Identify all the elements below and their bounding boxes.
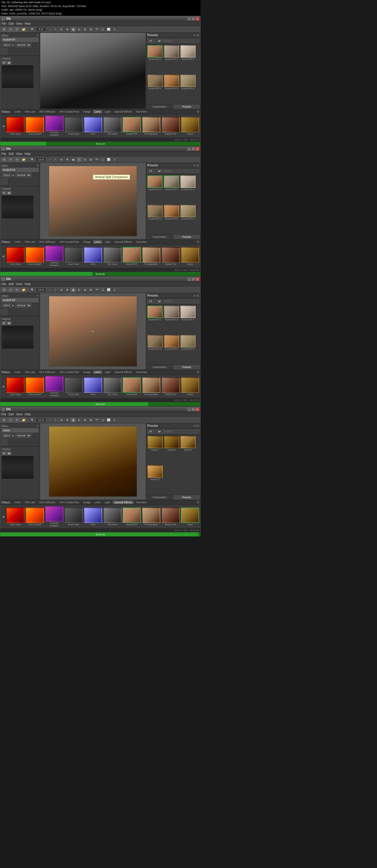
view-split-h-3[interactable]: ⊞ [83,288,87,292]
preset-item-2-2[interactable]: Nude/FX® 2 [164,176,179,204]
preset-item-1-4[interactable]: Nude/FX® 4 [147,75,163,103]
filter-tab-color-1[interactable]: Color [12,110,23,114]
filter-tab-color-2[interactable]: Color [12,240,23,244]
preset-item-1-6[interactable]: Nude/FX® 6 [180,75,196,103]
presets-all-select-2[interactable]: All [147,169,162,174]
filter-thumb-colorgrad-3[interactable] [26,377,44,393]
info-btn-4[interactable]: ℹ [112,418,117,422]
menu-view-3[interactable]: View [16,282,22,286]
tab-presets-4[interactable]: Presets [173,495,200,500]
filter-tab-hfxg-1[interactable]: HFX Grads/Tints [58,110,81,114]
view-split-v-3[interactable]: ⊟ [77,288,82,292]
filter-thumb-colorize-4[interactable] [45,506,63,522]
presets-search-4[interactable] [163,429,199,434]
close-btn-2[interactable]: × [196,147,199,151]
filter-item-radial-3[interactable]: Radial Tint [162,377,180,396]
zoom-in-3[interactable]: + [53,288,58,292]
close-btn-1[interactable]: × [196,17,199,21]
filter-item-sepia-3[interactable]: Sepia [181,377,199,396]
minimize-btn-3[interactable]: _ [187,277,191,281]
histogram-btn-4[interactable]: 📊 [106,418,111,422]
filter-thumb-dualgrad-3[interactable] [64,377,83,393]
preset-item-4-8[interactable]: Sepia 8 [164,436,179,464]
menu-edit-4[interactable]: Edit [8,413,13,416]
filter-thumb-gels-2[interactable] [84,247,102,262]
filter-item-photo-2[interactable]: Photographic [142,247,160,266]
filter-tab-hfxd-4[interactable]: HFX Diffusion [37,501,57,504]
preset-thumb-2-4[interactable] [147,205,163,217]
scroll-left-4[interactable]: ◀ [1,515,5,518]
filter-item-gels-2[interactable]: Gels [84,247,102,266]
preset-thumb-3-5[interactable] [164,335,179,347]
preset-thumb-1-2[interactable] [164,45,179,58]
filter-thumb-gels-4[interactable] [84,508,102,523]
filter-thumb-ndgrad-2[interactable] [103,247,121,262]
zoom-out-4[interactable]: − [47,418,52,422]
menu-help-4[interactable]: Help [25,413,31,416]
menu-file-2[interactable]: File [1,152,6,155]
preset-thumb-3-1[interactable] [147,306,163,318]
presets-options-3[interactable]: ★ ⊞ [194,294,199,297]
filter-item-sepia-1[interactable]: Sepia [181,117,199,135]
filter-thumb-colorspot-1[interactable] [6,117,24,132]
minimize-btn-1[interactable]: _ [187,17,191,21]
filter-thumb-colorize-2[interactable] [45,246,63,261]
effect-close-2[interactable]: × [37,164,38,167]
tab-parameters-4[interactable]: Parameters [146,495,173,500]
folder-btn-1[interactable]: 📁 [21,27,26,32]
zoom-in-4[interactable]: + [53,418,58,422]
zoom-in-1[interactable]: + [53,27,58,31]
preset-thumb-4-7[interactable] [147,436,163,448]
filter-tab-fav-1[interactable]: Favorites [135,110,149,114]
filter-tab-hfxg-4[interactable]: HFX Grads/Tints [58,501,81,504]
effect-close-3[interactable]: × [37,294,38,298]
orig-icon-2b[interactable]: ▣ [7,191,11,194]
minimize-btn-2[interactable]: _ [187,147,191,151]
filter-item-dualgrad-2[interactable]: Dual Grad [64,247,83,266]
filter-thumb-radial-1[interactable] [162,117,180,132]
preset-item-1-2[interactable]: Nude/FX® 2 [164,45,179,73]
filter-item-dualgrad-4[interactable]: Dual Grad [64,508,83,526]
menu-view-2[interactable]: View [16,152,22,155]
filter-item-ndgrad-4[interactable]: ND-Grad [103,508,121,526]
filter-thumb-sepia-3[interactable] [181,377,199,393]
preset-item-2-3[interactable]: Nude/FX® 3 [180,176,196,204]
filter-tab-hfxd-3[interactable]: HFX Diffusion [37,370,57,374]
filter-tab-hfxd-1[interactable]: HFX Diffusion [37,110,57,114]
blend-select-3[interactable]: Normal [15,303,31,308]
filter-item-sepia-4[interactable]: Sepia [181,508,199,526]
presets-all-select-3[interactable]: All [147,299,162,304]
filter-grid-icon-4[interactable]: ⊞ [197,501,199,504]
preset-thumb-2-2[interactable] [164,176,179,188]
zoom-out-3[interactable]: − [47,288,52,292]
preset-item-1-3[interactable]: Nude/FX® 3 [180,45,196,73]
filter-tab-hfxg-3[interactable]: HFX Grads/Tints [58,370,81,374]
preset-thumb-2-3[interactable] [180,176,196,188]
scroll-left-2[interactable]: ◀ [1,254,5,258]
preset-thumb-1-5[interactable] [164,75,179,87]
scroll-left-3[interactable]: ◀ [1,385,5,388]
menu-edit-2[interactable]: Edit [8,152,13,155]
preset-item-3-4[interactable]: Nude/FX® 4 [147,335,163,363]
settings-btn-4[interactable]: ⚙ [1,418,7,423]
preset-item-2-5[interactable]: Nude/FX® 5 [164,205,179,233]
orig-icon-3b[interactable]: ▣ [7,321,11,325]
preset-thumb-3-2[interactable] [164,306,179,318]
filter-item-ndgrad-1[interactable]: ND-Grad [103,117,121,135]
preset-item-3-5[interactable]: Nude/FX® 5 [164,335,179,363]
filter-tab-hfxg-2[interactable]: HFX Grads/Tints [58,240,81,244]
refresh-btn-3[interactable]: ↺ [8,287,13,292]
filter-tab-light-3[interactable]: Light [103,370,112,374]
preset-item-1-5[interactable]: Nude/FX® 5 [164,75,179,103]
orig-icon-4a[interactable]: ⊞ [1,452,6,455]
presets-search-2[interactable] [163,169,199,173]
filter-item-ndgrad-2[interactable]: ND-Grad [103,247,121,266]
orig-icon-4b[interactable]: ▣ [7,452,11,455]
tab-presets-3[interactable]: Presets [173,365,200,370]
filter-item-colorspot-4[interactable]: Color Spot [6,508,24,526]
filter-tab-image-3[interactable]: Image [82,370,92,374]
view-single-3[interactable]: ▣ [71,288,76,292]
filter-tab-image-1[interactable]: Image [82,110,92,114]
tab-parameters-3[interactable]: Parameters [146,365,173,370]
history-btn-1[interactable]: ⟳ [14,27,20,32]
